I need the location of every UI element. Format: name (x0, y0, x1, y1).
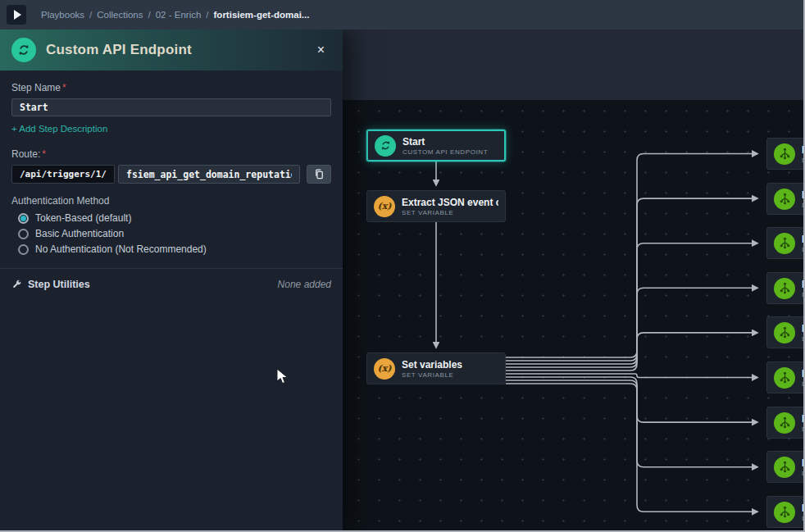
node-text: IfDECISION (802, 144, 803, 164)
node-title: If (802, 502, 803, 515)
node-text: IfDECISION (802, 323, 803, 343)
playbook-canvas[interactable]: Start CUSTOM API ENDPOINT (x) Extract JS… (343, 30, 803, 530)
decision-node[interactable]: IfDECISION (766, 316, 803, 348)
decision-icon (774, 412, 795, 434)
step-utilities-label: Step Utilities (28, 279, 278, 290)
node-text: IfDECISION (802, 457, 803, 477)
node-text: IfDECISION (802, 189, 803, 209)
step-config-panel: Custom API Endpoint × Step Name* + Add S… (0, 30, 343, 530)
node-subtitle: DECISION (802, 335, 803, 343)
node-title: If (802, 234, 803, 246)
decision-icon (774, 233, 795, 254)
node-subtitle: DECISION (802, 202, 803, 209)
decision-icon (774, 143, 795, 165)
radio-basic-auth[interactable]: Basic Authentication (18, 228, 331, 239)
decision-node[interactable]: IfDECISION (766, 138, 803, 170)
node-subtitle: DECISION (802, 425, 803, 433)
node-subtitle: DECISION (802, 157, 803, 164)
decision-node[interactable]: IfDECISION (766, 183, 803, 215)
radio-unselected-icon (18, 229, 29, 239)
divider (0, 268, 343, 269)
node-text: IfDECISION (802, 413, 803, 433)
set-variable-icon: (x) (374, 196, 395, 217)
run-playbook-button[interactable] (7, 5, 26, 25)
required-asterisk: * (62, 82, 66, 93)
node-title: If (802, 189, 803, 202)
radio-label: Token-Based (default) (35, 212, 131, 224)
add-step-description-link[interactable]: + Add Step Description (11, 124, 107, 134)
step-name-label: Step Name* (11, 82, 331, 93)
panel-title: Custom API Endpoint (46, 42, 311, 58)
node-text: Extract JSON event or inc... SET VARIABL… (402, 197, 498, 216)
decision-node[interactable]: IfDECISION (766, 361, 803, 393)
auth-method-label: Authentication Method (11, 195, 331, 207)
breadcrumb-item-collections[interactable]: Collections (97, 10, 143, 20)
decision-node[interactable]: IfDECISION (766, 272, 803, 304)
node-subtitle: SET VARIABLE (402, 209, 498, 216)
decision-node[interactable]: IfDECISION (766, 496, 803, 528)
edge-layer (343, 30, 803, 530)
radio-unselected-icon (18, 244, 29, 255)
breadcrumb-current-playbook[interactable]: fortisiem-get-domai... (214, 10, 310, 20)
decision-node[interactable]: IfDECISION (766, 407, 803, 439)
node-subtitle: DECISION (802, 515, 803, 522)
node-subtitle: DECISION (802, 380, 803, 388)
play-icon (14, 10, 21, 20)
radio-label: Basic Authentication (35, 228, 124, 239)
radio-token-based[interactable]: Token-Based (default) (18, 212, 331, 224)
breadcrumb: Playbooks / Collections / 02 - Enrich / … (41, 10, 309, 20)
node-subtitle: DECISION (802, 246, 803, 253)
decision-node[interactable]: IfDECISION (766, 451, 803, 483)
node-text: Start CUSTOM API ENDPOINT (402, 136, 488, 156)
node-subtitle: CUSTOM API ENDPOINT (402, 148, 488, 156)
step-utilities-status: None added (278, 279, 331, 290)
step-name-input[interactable] (11, 98, 331, 116)
node-subtitle: SET VARIABLE (402, 371, 462, 379)
node-text: IfDECISION (802, 279, 803, 298)
breadcrumb-separator: / (89, 10, 92, 20)
breadcrumb-item-collection-name[interactable]: 02 - Enrich (156, 10, 202, 20)
close-button[interactable]: × (311, 40, 331, 60)
decision-icon (774, 457, 795, 478)
step-utilities-row[interactable]: Step Utilities None added (11, 279, 331, 290)
breadcrumb-item-playbooks[interactable]: Playbooks (41, 10, 84, 20)
node-title: If (802, 457, 803, 470)
canvas-top-band (343, 30, 803, 100)
node-text: IfDECISION (802, 502, 803, 522)
node-title: If (802, 368, 803, 380)
decision-icon (774, 502, 795, 523)
decision-icon (774, 367, 795, 389)
route-input[interactable] (118, 165, 300, 184)
node-text: IfDECISION (802, 368, 803, 388)
decision-icon (774, 189, 795, 210)
node-title: Extract JSON event or inc... (402, 197, 498, 209)
decision-node[interactable]: IfDECISION (766, 227, 803, 259)
radio-no-auth[interactable]: No Authentication (Not Recommended) (18, 243, 331, 255)
required-asterisk: * (42, 148, 46, 160)
node-text: Set variables SET VARIABLE (402, 359, 462, 379)
set-variable-icon: (x) (374, 358, 395, 380)
node-title: If (802, 413, 803, 425)
panel-body: Step Name* + Add Step Description Route:… (0, 70, 343, 290)
node-start[interactable]: Start CUSTOM API ENDPOINT (366, 130, 506, 161)
breadcrumb-separator: / (206, 10, 208, 20)
route-label-text: Route: (11, 148, 40, 160)
copy-icon (313, 168, 325, 180)
node-title: If (802, 279, 803, 291)
route-row: /api/triggers/1/ (11, 165, 331, 184)
breadcrumb-separator: / (148, 10, 151, 20)
node-title: If (802, 144, 803, 157)
app-window: Playbooks / Collections / 02 - Enrich / … (0, 0, 805, 532)
node-extract-json[interactable]: (x) Extract JSON event or inc... SET VAR… (366, 190, 506, 222)
decision-icon (774, 278, 795, 299)
topbar: Playbooks / Collections / 02 - Enrich / … (0, 0, 803, 30)
node-subtitle: DECISION (802, 470, 803, 477)
node-title: Start (402, 136, 488, 148)
copy-route-button[interactable] (307, 165, 331, 184)
node-title: Set variables (402, 359, 462, 371)
api-endpoint-icon (375, 135, 396, 157)
node-text: IfDECISION (802, 234, 803, 253)
radio-selected-icon (18, 213, 29, 224)
node-set-variables[interactable]: (x) Set variables SET VARIABLE (366, 352, 506, 384)
wrench-icon (11, 280, 22, 290)
